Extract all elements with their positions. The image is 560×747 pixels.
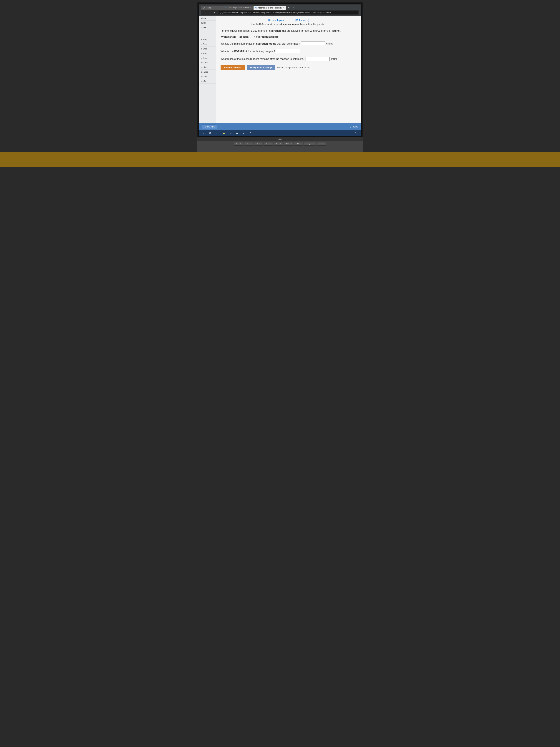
key-prtsc[interactable]: ins prt sc	[304, 143, 316, 146]
laptop-base: hp	[197, 137, 363, 141]
reaction-left: hydrogen(g) + iodine(s)	[220, 35, 249, 38]
start-button[interactable]: ○	[202, 131, 206, 135]
sidebar-wrapper: s 2req s 2req s 2req ts 2req ts 2req ts …	[199, 16, 216, 123]
question-2-row: What is the FORMULA for the limiting rea…	[220, 49, 356, 53]
button-row: Submit Answer Retry Entire Group 9 more …	[220, 65, 356, 70]
reaction-equation: hydrogen(g) + iodine(s) ⟶ hydrogen iodid…	[220, 35, 356, 38]
misc-icon[interactable]: ƒ	[248, 131, 252, 135]
tab-label: OWLv2 | Online teachin	[228, 6, 249, 9]
key-f11[interactable]: f11 ►►I	[284, 143, 293, 146]
main-content: [Review Topics] [References] Use the Ref…	[216, 16, 361, 123]
sidebar-item-12[interactable]: pts 2req	[199, 79, 216, 83]
key-delete[interactable]: delete	[317, 143, 326, 146]
question-3-input[interactable]	[305, 57, 330, 61]
tab-owlv2[interactable]: ⚙ OWLv2 | Online teachin ×	[223, 5, 253, 10]
tab-label: My Home	[203, 7, 211, 9]
sidebar: s 2req s 2req s 2req ts 2req ts 2req ts …	[199, 16, 216, 83]
a-icon[interactable]: a	[235, 131, 239, 135]
hp-logo: hp	[278, 138, 282, 140]
tab-label: According To The Following	[258, 7, 283, 9]
sidebar-item-8[interactable]: ots 2req	[199, 60, 216, 65]
sidebar-item-1[interactable]: s 2req	[199, 21, 216, 25]
retry-group-button[interactable]: Retry Entire Group	[247, 65, 275, 70]
submit-answer-button[interactable]: Submit Answer	[220, 65, 245, 70]
refresh-button[interactable]: ↻	[213, 11, 217, 15]
page-content: s 2req s 2req s 2req ts 2req ts 2req ts …	[199, 16, 361, 123]
tab-bar: My Home ⚙ OWLv2 | Online teachin × C Acc…	[201, 5, 359, 10]
sidebar-item-3[interactable]: ts 2req	[199, 37, 216, 42]
edge-icon[interactable]: e	[215, 131, 219, 135]
key-f9[interactable]: f9 |◄◄	[264, 143, 273, 146]
settings-icon[interactable]: ❋	[241, 131, 246, 135]
reaction-arrow: ⟶	[250, 35, 255, 38]
sidebar-item-5[interactable]: ts 2req	[199, 47, 216, 51]
sidebar-item-7[interactable]: ts 2req	[199, 56, 216, 60]
question-intro: For the following reaction, 0.397 grams …	[220, 29, 356, 33]
chevron-down-icon[interactable]: ∨	[292, 5, 295, 10]
references-link[interactable]: [References]	[295, 19, 309, 22]
bottom-bar: Show Hint ❮ Previo	[199, 123, 361, 130]
url-input[interactable]	[218, 11, 358, 14]
question-1-unit: grams	[326, 42, 333, 45]
sidebar-item-4[interactable]: ts 2req	[199, 42, 216, 47]
question-3-text: What mass of the excess reagent remains …	[220, 57, 304, 60]
tray-chevron[interactable]: ∧	[357, 132, 358, 134]
tab-close-icon[interactable]: ×	[250, 7, 251, 9]
question-1-row: What is the maximum mass of hydrogen iod…	[220, 42, 356, 46]
attempts-remaining-text: 9 more group attempts remaining	[277, 66, 310, 69]
tray-icon[interactable]: ?	[355, 132, 356, 134]
key-f12[interactable]: f12 →	[294, 143, 303, 146]
tab-my-home[interactable]: My Home	[201, 6, 223, 10]
browser-window: My Home ⚙ OWLv2 | Online teachin × C Acc…	[199, 4, 361, 136]
tab-according[interactable]: C According To The Following ×	[254, 6, 286, 10]
question-2-text: What is the FORMULA for the limiting rea…	[220, 50, 275, 53]
sidebar-item-0[interactable]: s 2req	[199, 16, 216, 21]
question-3-unit: grams	[331, 57, 338, 60]
tab-close-icon[interactable]: ×	[283, 7, 285, 9]
reference-note: Use the References to access important v…	[220, 23, 356, 26]
new-tab-button[interactable]: +	[287, 5, 291, 10]
task-view-icon[interactable]: ⊞	[208, 131, 213, 135]
chrome-icon: C	[256, 7, 257, 9]
previous-link[interactable]: ❮ Previo	[349, 125, 358, 128]
top-links: [Review Topics] [References]	[220, 19, 356, 22]
show-hint-button[interactable]: Show Hint	[202, 125, 217, 129]
browser-chrome: My Home ⚙ OWLv2 | Online teachin × C Acc…	[199, 4, 361, 16]
mail-icon[interactable]: ✉	[228, 131, 233, 135]
review-topics-link[interactable]: [Review Topics]	[268, 19, 284, 22]
laptop-frame: My Home ⚙ OWLv2 | Online teachin × C Acc…	[197, 2, 363, 137]
key-f8[interactable]: f8 ◄+	[254, 143, 263, 146]
back-button[interactable]: ←	[202, 11, 206, 15]
address-bar: ← → ↻	[201, 10, 359, 15]
key-f7[interactable]: f7 ←	[244, 143, 254, 146]
sidebar-item-2[interactable]: s 2req	[199, 25, 216, 30]
forward-button[interactable]: →	[208, 11, 212, 15]
taskbar-tray: ? ∧	[355, 132, 358, 134]
sidebar-item-9[interactable]: ots 2req	[199, 65, 216, 70]
keyboard-area: f6 ◄◄ f7 ← f8 ◄+ f9 |◄◄ f10 ►II f11 ►►I …	[197, 141, 363, 152]
question-3-row: What mass of the excess reagent remains …	[220, 57, 356, 61]
taskbar: ○ ⊞ e 📁 ✉ a ❋ ƒ ? ∧	[199, 130, 361, 136]
screen-bezel: My Home ⚙ OWLv2 | Online teachin × C Acc…	[198, 3, 362, 137]
sidebar-item-11[interactable]: ofs 2req	[199, 74, 216, 79]
question-2-input[interactable]	[276, 49, 300, 53]
desk-surface	[0, 152, 560, 167]
key-f10[interactable]: f10 ►II	[274, 143, 283, 146]
question-1-input[interactable]	[301, 42, 325, 46]
reaction-right: hydrogen iodide(g)	[256, 35, 279, 38]
owlv2-icon: ⚙	[225, 6, 227, 9]
sidebar-blank	[199, 30, 216, 37]
key-f6[interactable]: f6 ◄◄	[234, 143, 243, 146]
sidebar-item-10[interactable]: ots 2req	[199, 70, 216, 74]
question-1-text: What is the maximum mass of hydrogen iod…	[220, 42, 300, 45]
file-explorer-icon[interactable]: 📁	[221, 131, 226, 135]
sidebar-item-6[interactable]: ts 2req	[199, 51, 216, 56]
